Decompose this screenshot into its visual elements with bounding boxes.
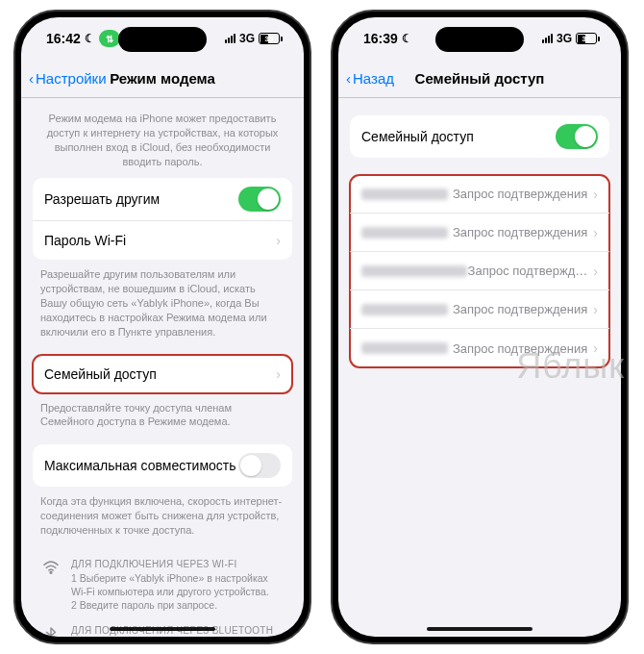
family-sharing-row-highlight: Семейный доступ › bbox=[33, 355, 292, 393]
family-members-list-highlight: Запрос подтверждения › Запрос подтвержде… bbox=[350, 175, 609, 367]
compat-note: Когда эта функция включена, скорость инт… bbox=[33, 487, 292, 543]
family-sharing-toggle-row[interactable]: Семейный доступ bbox=[350, 115, 609, 158]
cellular-signal-icon bbox=[225, 34, 235, 43]
family-member-row[interactable]: Запрос подтверждения › bbox=[350, 290, 609, 329]
page-title: Семейный доступ bbox=[415, 70, 545, 87]
allow-others-switch[interactable] bbox=[238, 187, 281, 212]
dynamic-island bbox=[435, 27, 524, 52]
member-status: Запрос подтверждения bbox=[453, 302, 587, 316]
compat-switch[interactable] bbox=[238, 453, 281, 478]
member-status: Запрос подтверждения bbox=[453, 341, 587, 356]
allow-others-row[interactable]: Разрешать другим bbox=[33, 178, 292, 221]
chevron-right-icon: › bbox=[593, 264, 598, 279]
chevron-left-icon: ‹ bbox=[346, 70, 351, 87]
back-button[interactable]: ‹ Настройки bbox=[29, 70, 107, 87]
hotspot-active-icon: ⇅ bbox=[99, 30, 120, 47]
family-sharing-note: Предоставляйте точку доступа членам Семе… bbox=[33, 393, 292, 436]
status-time: 16:39 bbox=[363, 31, 398, 46]
wifi-instr-line: 2 Введите пароль при запросе. bbox=[71, 598, 285, 612]
home-indicator[interactable] bbox=[427, 627, 533, 631]
battery-icon: 36 bbox=[576, 33, 600, 44]
member-name-redacted bbox=[361, 265, 467, 277]
family-sharing-switch[interactable] bbox=[556, 124, 598, 149]
chevron-right-icon: › bbox=[276, 366, 281, 382]
family-member-row[interactable]: Запрос подтвержд… › bbox=[350, 252, 609, 290]
member-status: Запрос подтвержд… bbox=[468, 264, 588, 278]
family-sharing-toggle-label: Семейный доступ bbox=[361, 129, 556, 144]
battery-icon: 35 bbox=[259, 33, 283, 44]
compat-row[interactable]: Максимальная совместимость bbox=[33, 444, 292, 487]
wifi-instr-title: ДЛЯ ПОДКЛЮЧЕНИЯ ЧЕРЕЗ WI-FI bbox=[71, 559, 285, 569]
wifi-password-row[interactable]: Пароль Wi-Fi › bbox=[33, 221, 292, 260]
chevron-right-icon: › bbox=[276, 233, 281, 248]
wifi-icon bbox=[40, 559, 62, 613]
chevron-right-icon: › bbox=[593, 340, 598, 356]
network-label: 3G bbox=[557, 32, 572, 45]
member-status: Запрос подтверждения bbox=[453, 187, 587, 201]
allow-others-note: Разрешайте другим пользователям или устр… bbox=[33, 260, 292, 344]
wifi-instructions: ДЛЯ ПОДКЛЮЧЕНИЯ ЧЕРЕЗ WI-FI 1 Выберите «… bbox=[33, 553, 292, 620]
back-label: Настройки bbox=[36, 70, 107, 87]
home-indicator[interactable] bbox=[110, 627, 215, 631]
chevron-right-icon: › bbox=[593, 187, 598, 202]
compat-label: Максимальная совместимость bbox=[44, 458, 238, 473]
back-button[interactable]: ‹ Назад bbox=[346, 70, 394, 87]
cellular-signal-icon bbox=[542, 34, 553, 43]
family-member-row[interactable]: Запрос подтверждения › bbox=[350, 214, 609, 252]
dnd-moon-icon: ☾ bbox=[402, 32, 412, 45]
wifi-instr-line: 1 Выберите «Yablyk iPhone» в настройках … bbox=[71, 571, 285, 598]
member-status: Запрос подтверждения bbox=[453, 225, 587, 239]
dynamic-island bbox=[118, 27, 207, 52]
bluetooth-icon bbox=[40, 625, 62, 637]
phone-left: 16:42 ☾ ⇅ 3G 35 ‹ bbox=[13, 10, 311, 644]
nav-bar: ‹ Настройки Режим модема bbox=[21, 60, 304, 98]
chevron-right-icon: › bbox=[593, 225, 598, 240]
member-name-redacted bbox=[361, 189, 448, 200]
member-name-redacted bbox=[361, 342, 448, 354]
allow-others-label: Разрешать другим bbox=[44, 191, 238, 207]
dnd-moon-icon: ☾ bbox=[85, 32, 95, 45]
family-member-row[interactable]: Запрос подтверждения › bbox=[350, 329, 609, 367]
svg-point-0 bbox=[50, 571, 52, 573]
member-name-redacted bbox=[361, 304, 448, 315]
family-member-row[interactable]: Запрос подтверждения › bbox=[350, 175, 609, 214]
family-sharing-row[interactable]: Семейный доступ › bbox=[33, 355, 292, 393]
chevron-right-icon: › bbox=[593, 302, 598, 317]
phone-right: 16:39 ☾ 3G 36 ‹ Назад bbox=[331, 10, 629, 644]
status-time: 16:42 bbox=[46, 31, 81, 46]
wifi-password-label: Пароль Wi-Fi bbox=[44, 233, 270, 248]
network-label: 3G bbox=[239, 32, 255, 45]
member-name-redacted bbox=[361, 227, 448, 239]
family-sharing-label: Семейный доступ bbox=[44, 366, 270, 382]
nav-bar: ‹ Назад Семейный доступ bbox=[338, 60, 621, 98]
chevron-left-icon: ‹ bbox=[29, 70, 34, 87]
intro-text: Режим модема на iPhone может предоставит… bbox=[33, 98, 292, 178]
back-label: Назад bbox=[353, 70, 394, 87]
page-title: Режим модема bbox=[110, 70, 215, 87]
